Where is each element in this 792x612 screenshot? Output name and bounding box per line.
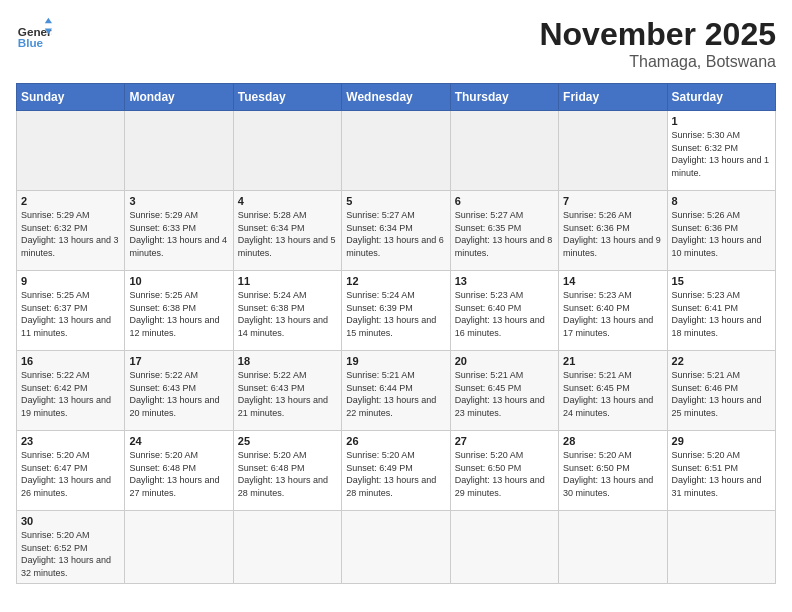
day-number: 15 — [672, 275, 771, 287]
day-number: 13 — [455, 275, 554, 287]
calendar-cell: 14Sunrise: 5:23 AM Sunset: 6:40 PM Dayli… — [559, 271, 667, 351]
calendar-cell: 21Sunrise: 5:21 AM Sunset: 6:45 PM Dayli… — [559, 351, 667, 431]
weekday-header-row: SundayMondayTuesdayWednesdayThursdayFrid… — [17, 84, 776, 111]
calendar-cell: 4Sunrise: 5:28 AM Sunset: 6:34 PM Daylig… — [233, 191, 341, 271]
day-number: 26 — [346, 435, 445, 447]
day-info: Sunrise: 5:20 AM Sunset: 6:48 PM Dayligh… — [238, 449, 337, 499]
day-number: 10 — [129, 275, 228, 287]
day-info: Sunrise: 5:20 AM Sunset: 6:48 PM Dayligh… — [129, 449, 228, 499]
calendar-week-row: 9Sunrise: 5:25 AM Sunset: 6:37 PM Daylig… — [17, 271, 776, 351]
weekday-header: Friday — [559, 84, 667, 111]
day-number: 25 — [238, 435, 337, 447]
day-number: 4 — [238, 195, 337, 207]
calendar-cell: 1Sunrise: 5:30 AM Sunset: 6:32 PM Daylig… — [667, 111, 775, 191]
day-info: Sunrise: 5:21 AM Sunset: 6:44 PM Dayligh… — [346, 369, 445, 419]
calendar-cell: 10Sunrise: 5:25 AM Sunset: 6:38 PM Dayli… — [125, 271, 233, 351]
calendar-cell: 9Sunrise: 5:25 AM Sunset: 6:37 PM Daylig… — [17, 271, 125, 351]
day-info: Sunrise: 5:27 AM Sunset: 6:35 PM Dayligh… — [455, 209, 554, 259]
day-info: Sunrise: 5:26 AM Sunset: 6:36 PM Dayligh… — [563, 209, 662, 259]
calendar-cell: 18Sunrise: 5:22 AM Sunset: 6:43 PM Dayli… — [233, 351, 341, 431]
weekday-header: Sunday — [17, 84, 125, 111]
weekday-header: Saturday — [667, 84, 775, 111]
calendar-cell: 17Sunrise: 5:22 AM Sunset: 6:43 PM Dayli… — [125, 351, 233, 431]
day-info: Sunrise: 5:22 AM Sunset: 6:43 PM Dayligh… — [129, 369, 228, 419]
svg-text:Blue: Blue — [18, 36, 44, 49]
calendar-cell: 8Sunrise: 5:26 AM Sunset: 6:36 PM Daylig… — [667, 191, 775, 271]
calendar-cell: 25Sunrise: 5:20 AM Sunset: 6:48 PM Dayli… — [233, 431, 341, 511]
calendar-cell: 7Sunrise: 5:26 AM Sunset: 6:36 PM Daylig… — [559, 191, 667, 271]
calendar-cell: 3Sunrise: 5:29 AM Sunset: 6:33 PM Daylig… — [125, 191, 233, 271]
month-title: November 2025 — [539, 16, 776, 53]
weekday-header: Tuesday — [233, 84, 341, 111]
page-header: General Blue November 2025 Thamaga, Bots… — [16, 16, 776, 71]
calendar-cell — [233, 511, 341, 584]
day-info: Sunrise: 5:20 AM Sunset: 6:50 PM Dayligh… — [455, 449, 554, 499]
calendar-cell: 26Sunrise: 5:20 AM Sunset: 6:49 PM Dayli… — [342, 431, 450, 511]
day-info: Sunrise: 5:25 AM Sunset: 6:38 PM Dayligh… — [129, 289, 228, 339]
calendar-cell: 22Sunrise: 5:21 AM Sunset: 6:46 PM Dayli… — [667, 351, 775, 431]
calendar-cell: 27Sunrise: 5:20 AM Sunset: 6:50 PM Dayli… — [450, 431, 558, 511]
day-info: Sunrise: 5:28 AM Sunset: 6:34 PM Dayligh… — [238, 209, 337, 259]
calendar-cell: 6Sunrise: 5:27 AM Sunset: 6:35 PM Daylig… — [450, 191, 558, 271]
calendar-cell: 13Sunrise: 5:23 AM Sunset: 6:40 PM Dayli… — [450, 271, 558, 351]
calendar-table: SundayMondayTuesdayWednesdayThursdayFrid… — [16, 83, 776, 584]
calendar-cell: 11Sunrise: 5:24 AM Sunset: 6:38 PM Dayli… — [233, 271, 341, 351]
day-number: 27 — [455, 435, 554, 447]
calendar-cell: 15Sunrise: 5:23 AM Sunset: 6:41 PM Dayli… — [667, 271, 775, 351]
day-number: 19 — [346, 355, 445, 367]
calendar-week-row: 2Sunrise: 5:29 AM Sunset: 6:32 PM Daylig… — [17, 191, 776, 271]
day-info: Sunrise: 5:29 AM Sunset: 6:33 PM Dayligh… — [129, 209, 228, 259]
calendar-cell: 12Sunrise: 5:24 AM Sunset: 6:39 PM Dayli… — [342, 271, 450, 351]
day-number: 6 — [455, 195, 554, 207]
day-info: Sunrise: 5:22 AM Sunset: 6:43 PM Dayligh… — [238, 369, 337, 419]
day-number: 21 — [563, 355, 662, 367]
day-info: Sunrise: 5:29 AM Sunset: 6:32 PM Dayligh… — [21, 209, 120, 259]
day-number: 1 — [672, 115, 771, 127]
day-number: 3 — [129, 195, 228, 207]
day-info: Sunrise: 5:25 AM Sunset: 6:37 PM Dayligh… — [21, 289, 120, 339]
calendar-cell — [233, 111, 341, 191]
day-info: Sunrise: 5:24 AM Sunset: 6:38 PM Dayligh… — [238, 289, 337, 339]
calendar-cell — [125, 111, 233, 191]
day-number: 22 — [672, 355, 771, 367]
day-info: Sunrise: 5:20 AM Sunset: 6:52 PM Dayligh… — [21, 529, 120, 579]
calendar-week-row: 23Sunrise: 5:20 AM Sunset: 6:47 PM Dayli… — [17, 431, 776, 511]
day-info: Sunrise: 5:21 AM Sunset: 6:45 PM Dayligh… — [455, 369, 554, 419]
day-number: 28 — [563, 435, 662, 447]
calendar-week-row: 16Sunrise: 5:22 AM Sunset: 6:42 PM Dayli… — [17, 351, 776, 431]
day-number: 9 — [21, 275, 120, 287]
day-info: Sunrise: 5:21 AM Sunset: 6:45 PM Dayligh… — [563, 369, 662, 419]
day-number: 2 — [21, 195, 120, 207]
weekday-header: Wednesday — [342, 84, 450, 111]
calendar-cell: 29Sunrise: 5:20 AM Sunset: 6:51 PM Dayli… — [667, 431, 775, 511]
weekday-header: Thursday — [450, 84, 558, 111]
location-title: Thamaga, Botswana — [539, 53, 776, 71]
day-number: 23 — [21, 435, 120, 447]
calendar-cell — [450, 111, 558, 191]
day-number: 5 — [346, 195, 445, 207]
day-number: 11 — [238, 275, 337, 287]
day-info: Sunrise: 5:20 AM Sunset: 6:51 PM Dayligh… — [672, 449, 771, 499]
day-number: 7 — [563, 195, 662, 207]
day-info: Sunrise: 5:26 AM Sunset: 6:36 PM Dayligh… — [672, 209, 771, 259]
calendar-body: 1Sunrise: 5:30 AM Sunset: 6:32 PM Daylig… — [17, 111, 776, 584]
day-info: Sunrise: 5:24 AM Sunset: 6:39 PM Dayligh… — [346, 289, 445, 339]
logo-icon: General Blue — [16, 16, 52, 52]
day-info: Sunrise: 5:27 AM Sunset: 6:34 PM Dayligh… — [346, 209, 445, 259]
calendar-cell — [559, 111, 667, 191]
day-info: Sunrise: 5:30 AM Sunset: 6:32 PM Dayligh… — [672, 129, 771, 179]
calendar-cell: 24Sunrise: 5:20 AM Sunset: 6:48 PM Dayli… — [125, 431, 233, 511]
title-block: November 2025 Thamaga, Botswana — [539, 16, 776, 71]
day-number: 24 — [129, 435, 228, 447]
calendar-cell — [125, 511, 233, 584]
day-info: Sunrise: 5:20 AM Sunset: 6:49 PM Dayligh… — [346, 449, 445, 499]
calendar-cell — [17, 111, 125, 191]
calendar-week-row: 1Sunrise: 5:30 AM Sunset: 6:32 PM Daylig… — [17, 111, 776, 191]
day-number: 8 — [672, 195, 771, 207]
calendar-cell: 5Sunrise: 5:27 AM Sunset: 6:34 PM Daylig… — [342, 191, 450, 271]
calendar-cell — [450, 511, 558, 584]
calendar-cell — [342, 111, 450, 191]
day-number: 17 — [129, 355, 228, 367]
logo: General Blue — [16, 16, 52, 52]
day-number: 30 — [21, 515, 120, 527]
